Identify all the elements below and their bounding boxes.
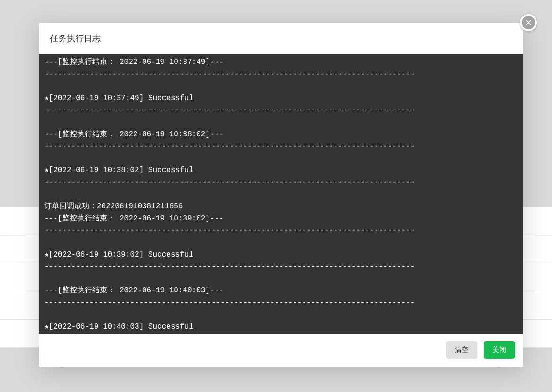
modal-footer: 清空 关闭 <box>39 334 523 367</box>
close-button[interactable]: 关闭 <box>484 341 515 359</box>
log-container: ---[监控执行结束： 2022-06-19 10:37:49]--- ----… <box>39 54 523 334</box>
clear-button[interactable]: 清空 <box>446 341 477 359</box>
log-modal: 任务执行日志 ---[监控执行结束： 2022-06-19 10:37:49]-… <box>39 23 523 367</box>
close-icon[interactable] <box>520 14 537 31</box>
modal-title: 任务执行日志 <box>39 23 523 54</box>
log-output[interactable]: ---[监控执行结束： 2022-06-19 10:37:49]--- ----… <box>39 54 523 334</box>
